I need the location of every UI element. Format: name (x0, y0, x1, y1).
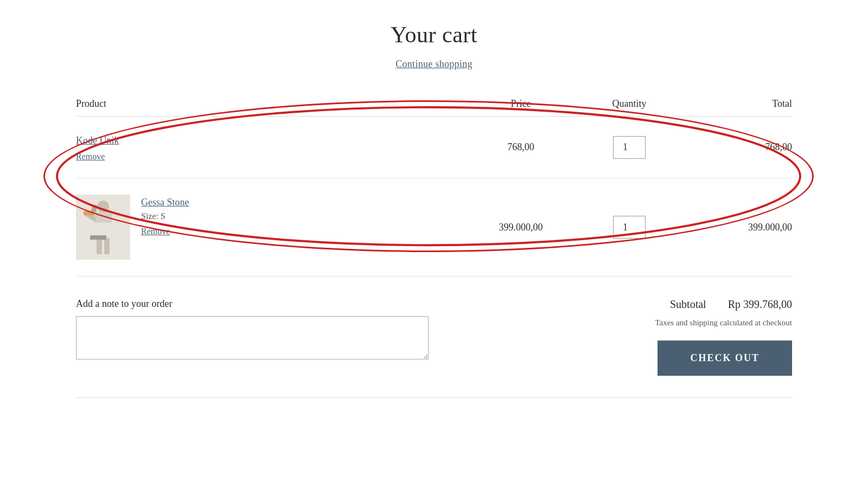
subtotal-row: Subtotal Rp 399.768,00 (670, 298, 792, 311)
order-note-input[interactable] (76, 316, 429, 359)
product-name-2[interactable]: Gessa Stone (141, 197, 189, 208)
bottom-border (76, 397, 792, 398)
cart-rows-container: Kode Unik Remove 768,00 768,00 (76, 117, 792, 277)
product-image-2 (76, 195, 130, 260)
svg-rect-4 (94, 212, 112, 223)
subtotal-label: Subtotal (670, 298, 706, 311)
svg-rect-8 (84, 211, 93, 215)
bottom-section: Add a note to your order Subtotal Rp 399… (76, 298, 792, 376)
quantity-cell-1 (575, 136, 684, 159)
col-header-price: Price (467, 98, 575, 110)
product-name-1[interactable]: Kode Unik (76, 135, 119, 146)
total-cell-2: 399.000,00 (684, 222, 792, 233)
price-cell-1: 768,00 (467, 142, 575, 153)
svg-rect-6 (97, 238, 102, 254)
continue-shopping-link[interactable]: Continue shopping (395, 59, 473, 69)
remove-button-1[interactable]: Remove (76, 152, 119, 162)
col-header-total: Total (684, 98, 792, 110)
note-label: Add a note to your order (76, 298, 429, 310)
table-row: Kode Unik Remove 768,00 768,00 (76, 117, 792, 178)
product-info-2: Gessa Stone Size: S Remove (141, 195, 189, 236)
price-cell-2: 399.000,00 (467, 222, 575, 233)
product-info-1: Kode Unik Remove (76, 133, 119, 162)
product-size-2: Size: S (141, 211, 189, 221)
note-section: Add a note to your order (76, 298, 429, 359)
svg-point-2 (97, 201, 109, 213)
quantity-input-2[interactable] (613, 216, 646, 239)
page-title: Your cart (76, 22, 792, 48)
quantity-input-1[interactable] (613, 136, 646, 159)
col-header-quantity: Quantity (575, 98, 684, 110)
remove-button-2[interactable]: Remove (141, 227, 189, 236)
col-header-product: Product (76, 98, 467, 110)
quantity-cell-2 (575, 216, 684, 239)
cart-table-header: Product Price Quantity Total (76, 92, 792, 117)
svg-rect-7 (104, 238, 110, 254)
product-cell-2: Gessa Stone Size: S Remove (76, 195, 467, 260)
product-cell-1: Kode Unik Remove (76, 133, 467, 162)
checkout-button[interactable]: CHECK OUT (658, 341, 792, 376)
product-thumbnail-2 (76, 195, 130, 260)
summary-section: Subtotal Rp 399.768,00 Taxes and shippin… (450, 298, 792, 376)
svg-rect-9 (90, 235, 106, 240)
table-row: Gessa Stone Size: S Remove 399.000,00 39… (76, 178, 792, 277)
tax-note: Taxes and shipping calculated at checkou… (655, 318, 792, 328)
subtotal-value: Rp 399.768,00 (728, 298, 792, 311)
total-cell-1: 768,00 (684, 142, 792, 153)
